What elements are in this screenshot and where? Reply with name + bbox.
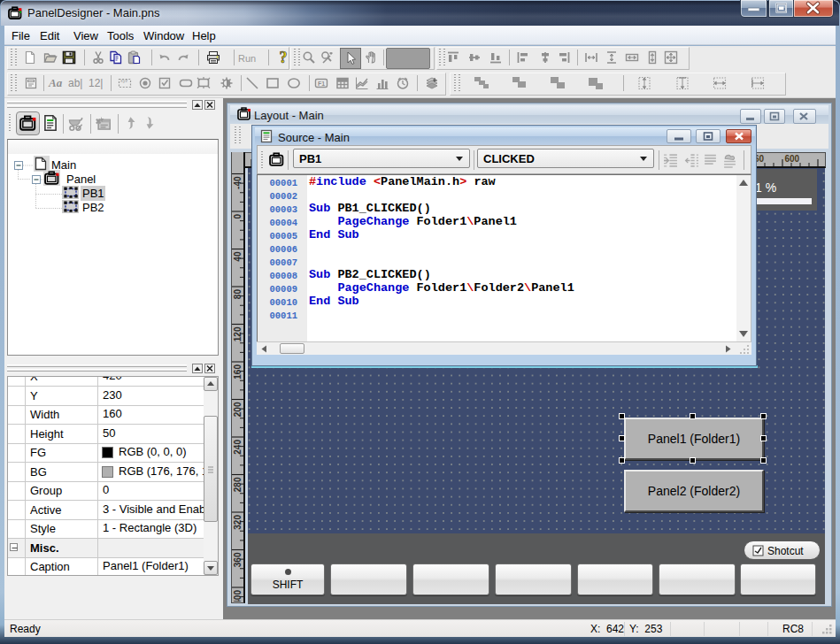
svg-text:280: 280 (233, 477, 243, 492)
svg-text:320: 320 (233, 515, 243, 530)
svg-text:80: 80 (233, 289, 243, 300)
svg-text:120: 120 (233, 326, 243, 341)
svg-text:600: 600 (785, 154, 800, 164)
svg-text:200: 200 (233, 402, 243, 417)
svg-text:160: 160 (233, 364, 243, 380)
svg-text:40: 40 (233, 251, 243, 262)
svg-text:360: 360 (233, 552, 243, 567)
svg-text:0: 0 (233, 214, 243, 219)
svg-text:400: 400 (233, 590, 243, 602)
svg-text:240: 240 (233, 440, 243, 455)
svg-text:-40: -40 (233, 176, 243, 189)
